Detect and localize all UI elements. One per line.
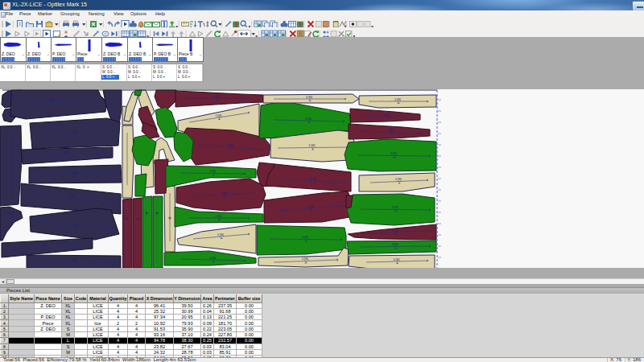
svg-text:4 [36]: 4 [36] [308, 205, 314, 208]
svg-text:4 [36]: 4 [36] [394, 98, 401, 101]
svg-text:4 [36]: 4 [36] [390, 152, 397, 155]
svg-text:4 [36]: 4 [36] [40, 243, 47, 246]
svg-text:4 [36]: 4 [36] [221, 191, 227, 195]
svg-text:4 [36]: 4 [36] [48, 99, 55, 102]
svg-text:4 [36]: 4 [36] [395, 178, 402, 181]
svg-text:4 [36]: 4 [36] [217, 233, 224, 237]
svg-text:4 [36]: 4 [36] [306, 96, 312, 99]
svg-text:4 [36]: 4 [36] [71, 131, 77, 134]
svg-text:4 [36]: 4 [36] [309, 144, 316, 147]
svg-text:4 [36]: 4 [36] [392, 206, 398, 209]
svg-text:4 [36]: 4 [36] [216, 215, 222, 218]
svg-text:4 [36]: 4 [36] [71, 171, 77, 175]
svg-text:4 [36]: 4 [36] [384, 113, 390, 117]
svg-text:4 [36]: 4 [36] [213, 95, 220, 98]
svg-text:4 [36]: 4 [36] [216, 114, 222, 117]
svg-text:4 [36]: 4 [36] [392, 229, 398, 232]
svg-text:4 [36]: 4 [36] [227, 144, 233, 147]
svg-text:4 [36]: 4 [36] [7, 94, 14, 97]
svg-text:4 [36]: 4 [36] [394, 258, 400, 261]
svg-text:4 [36]: 4 [36] [8, 212, 14, 215]
svg-text:4 [36]: 4 [36] [72, 224, 79, 228]
svg-text:4 [36]: 4 [36] [302, 257, 308, 261]
svg-text:4 [36]: 4 [36] [71, 258, 77, 261]
svg-text:4 [36]: 4 [36] [209, 257, 216, 260]
svg-text:4 [36]: 4 [36] [302, 236, 308, 239]
svg-text:4 [36]: 4 [36] [68, 195, 75, 199]
svg-text:4 [36]: 4 [36] [392, 243, 398, 246]
svg-text:4 [36]: 4 [36] [310, 178, 316, 181]
svg-text:4 [36]: 4 [36] [209, 170, 216, 173]
svg-text:4 [36]: 4 [36] [388, 129, 394, 132]
svg-text:4 [36]: 4 [36] [305, 117, 312, 121]
svg-text:4 [36]: 4 [36] [63, 151, 69, 154]
